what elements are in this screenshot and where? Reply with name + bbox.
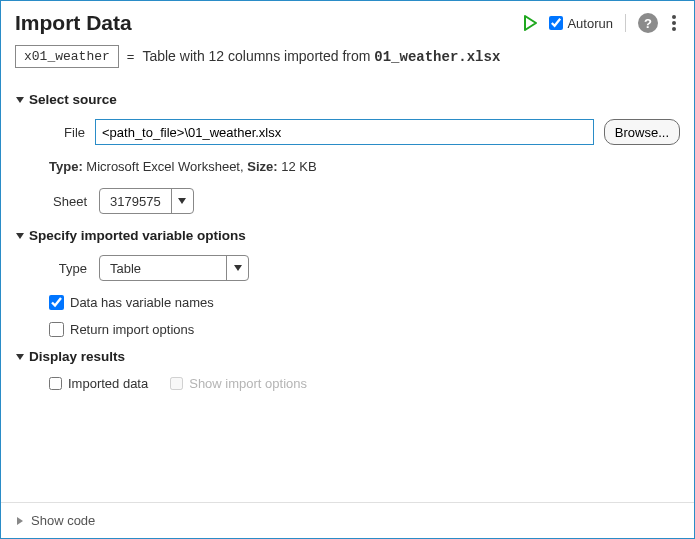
sheet-select[interactable]: 3179575 (99, 188, 194, 214)
imported-data-label: Imported data (68, 376, 148, 391)
file-label: File (49, 125, 85, 140)
chevron-down-icon (226, 256, 248, 280)
imported-data-checkbox[interactable] (49, 377, 62, 390)
return-opts-row[interactable]: Return import options (49, 322, 680, 337)
has-names-label: Data has variable names (70, 295, 214, 310)
has-names-row[interactable]: Data has variable names (49, 295, 680, 310)
divider (625, 14, 626, 32)
summary-row: x01_weather = Table with 12 columns impo… (1, 41, 694, 82)
autorun-toggle[interactable]: Autorun (549, 16, 613, 31)
file-path-input[interactable] (95, 119, 594, 145)
show-import-opts-row: Show import options (170, 376, 307, 391)
content: Select source File Browse... Type: Micro… (1, 82, 694, 502)
type-row: Type Table (49, 255, 680, 281)
sheet-row: Sheet 3179575 (49, 188, 680, 214)
type-label: Type (49, 261, 87, 276)
chevron-down-icon (15, 352, 25, 362)
display-results-row: Imported data Show import options (49, 376, 680, 391)
type-value: Table (100, 261, 226, 276)
title-actions: Autorun ? (521, 13, 680, 33)
autorun-label: Autorun (567, 16, 613, 31)
file-row: File Browse... (49, 119, 680, 145)
sheet-label: Sheet (49, 194, 87, 209)
chevron-down-icon (15, 95, 25, 105)
equals-sign: = (127, 49, 135, 64)
autorun-checkbox[interactable] (549, 16, 563, 30)
show-import-opts-label: Show import options (189, 376, 307, 391)
section-select-source-header[interactable]: Select source (15, 92, 680, 107)
chevron-right-icon (15, 516, 25, 526)
imported-data-row[interactable]: Imported data (49, 376, 148, 391)
sheet-value: 3179575 (100, 194, 171, 209)
footer-show-code[interactable]: Show code (1, 502, 694, 538)
titlebar: Import Data Autorun ? (1, 1, 694, 41)
show-code-label: Show code (31, 513, 95, 528)
kebab-menu-icon[interactable] (668, 13, 680, 33)
show-import-opts-checkbox (170, 377, 183, 390)
run-icon[interactable] (521, 14, 539, 32)
has-names-checkbox[interactable] (49, 295, 64, 310)
section-var-options-header[interactable]: Specify imported variable options (15, 228, 680, 243)
help-icon[interactable]: ? (638, 13, 658, 33)
section-display-results-header[interactable]: Display results (15, 349, 680, 364)
output-variable-name[interactable]: x01_weather (15, 45, 119, 68)
import-data-panel: Import Data Autorun ? x01_weather = Tabl… (0, 0, 695, 539)
summary-filename: 01_weather.xlsx (374, 49, 500, 65)
browse-button[interactable]: Browse... (604, 119, 680, 145)
panel-title: Import Data (15, 11, 521, 35)
chevron-down-icon (171, 189, 193, 213)
file-type-size: Type: Microsoft Excel Worksheet, Size: 1… (49, 159, 680, 174)
return-opts-checkbox[interactable] (49, 322, 64, 337)
summary-text: Table with 12 columns imported from 01_w… (142, 48, 500, 65)
chevron-down-icon (15, 231, 25, 241)
type-select[interactable]: Table (99, 255, 249, 281)
return-opts-label: Return import options (70, 322, 194, 337)
